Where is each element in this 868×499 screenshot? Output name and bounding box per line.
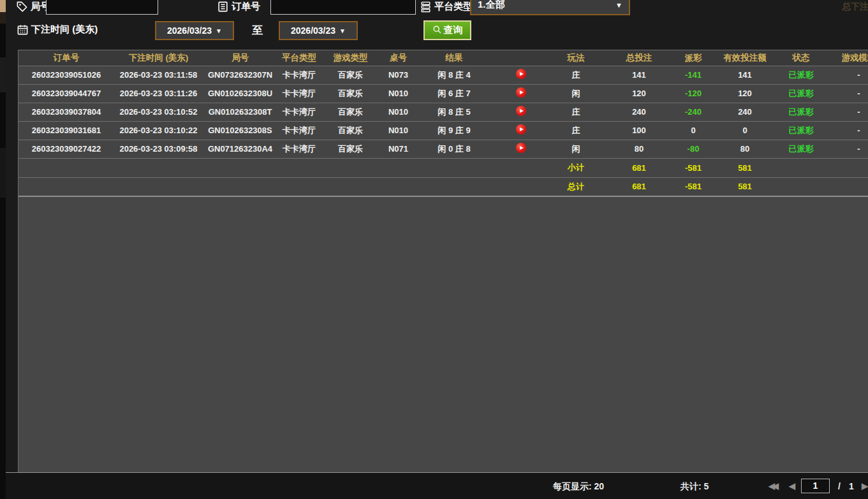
page-number-input[interactable]: 1 [801,479,830,493]
col-game-type: 游戏类型 [321,50,380,66]
cell-order-id: 260323039031681 [18,121,114,140]
cell-round-id: GN0102632308T [203,103,277,121]
cell-valid-bet: 240 [710,103,780,121]
prev-page-icon[interactable]: ◀ [789,481,795,491]
calendar-icon [17,24,29,36]
chevron-down-icon: ▼ [615,1,622,9]
cell-bet-time: 2026-03-23 03:11:26 [114,84,203,103]
date-from-picker[interactable]: 2026/03/23 ▼ [155,21,234,40]
col-result: 结果 [416,50,492,66]
pagination-bar: 每页显示: 20 共计: 5 ◀◀ ◀ 1 / 1 ▶ [6,472,868,499]
cell-platform: 卡卡湾厅 [277,103,321,121]
cell-table-no: N071 [380,140,416,158]
date-range-separator: 至 [252,23,263,38]
cell-round-id: GN0732632307N [203,66,277,84]
cell-order-id: 260323039027422 [18,140,114,158]
cell-game-type: 百家乐 [321,121,380,140]
grand-total-row: 总计 681 -581 581 [18,177,868,196]
cell-platform: 卡卡湾厅 [277,121,321,140]
col-platform-type: 平台类型 [277,50,321,66]
cell-status: 已派彩 [780,140,822,158]
cell-bet-time: 2026-03-23 03:11:58 [114,66,203,84]
subtotal-payout: -581 [677,158,710,177]
replay-play-icon[interactable] [516,143,526,153]
cell-game-mode: - [822,103,868,121]
cell-total-bet: 100 [601,121,677,140]
next-page-icon[interactable]: ▶ [862,481,868,491]
cell-play-type: 闲 [550,84,601,103]
cell-valid-bet: 120 [710,84,780,103]
replay-play-icon[interactable] [516,124,526,134]
cell-total-bet: 240 [601,103,677,121]
cell-table-no: N010 [380,103,416,121]
order-id-label: 订单号 [217,1,260,13]
tag-icon [16,1,28,13]
cell-platform: 卡卡湾厅 [277,140,321,158]
replay-play-icon[interactable] [516,106,526,116]
cell-round-id: GN0102632308U [203,84,277,103]
grand-total-payout: -581 [677,177,710,196]
col-table-no: 桌号 [380,50,416,66]
cell-status: 已派彩 [780,103,822,121]
per-page-label: 每页显示: 20 [553,481,604,493]
cell-replay [492,140,550,158]
cell-replay [492,66,550,84]
cell-platform: 卡卡湾厅 [277,66,321,84]
list-icon [217,1,229,13]
cell-valid-bet: 141 [710,66,780,84]
col-bet-time: 下注时间 (美东) [114,50,203,66]
background-edge [0,0,6,499]
chevron-down-icon: ▼ [339,27,346,34]
query-button[interactable]: 查询 [423,20,471,40]
total-pages-label: 1 [849,481,854,491]
cell-table-no: N010 [380,121,416,140]
table-row: 260323039051026 2026-03-23 03:11:58 GN07… [18,66,868,84]
cell-status: 已派彩 [780,121,822,140]
order-id-input[interactable] [270,0,416,15]
table-row: 260323039044767 2026-03-23 03:11:26 GN01… [18,84,868,103]
cell-play-type: 闲 [550,140,601,158]
cell-valid-bet: 0 [710,121,780,140]
cell-play-type: 庄 [550,121,601,140]
cell-payout: -141 [677,66,710,84]
subtotal-valid-bet: 581 [710,158,780,177]
cell-payout: -80 [677,140,710,158]
cell-round-id: GN0102632308S [203,121,277,140]
cell-play-type: 庄 [550,66,601,84]
col-order-id: 订单号 [18,50,114,66]
subtotal-total-bet: 681 [601,158,677,177]
replay-play-icon[interactable] [516,69,526,79]
cell-table-no: N073 [380,66,416,84]
cell-total-bet: 80 [601,140,677,158]
date-to-picker[interactable]: 2026/03/23 ▼ [279,21,358,40]
table-header-row: 订单号 下注时间 (美东) 局号 平台类型 游戏类型 桌号 结果 玩法 总投注 … [18,50,868,66]
first-page-icon[interactable]: ◀◀ [769,481,776,491]
replay-play-icon[interactable] [516,87,526,98]
col-status: 状态 [780,50,822,66]
cell-replay [492,84,550,103]
col-replay [492,50,550,66]
cell-replay [492,121,550,140]
cell-game-mode: - [822,66,868,84]
platform-type-select[interactable]: 1.全部 ▼ [470,0,630,15]
cell-total-bet: 120 [601,84,677,103]
cell-platform: 卡卡湾厅 [277,84,321,103]
cell-result: 闲 9 庄 9 [416,121,492,140]
cell-payout: -120 [677,84,710,103]
col-game-mode: 游戏模式 [822,50,868,66]
cell-round-id: GN071263230A4 [203,140,277,158]
cell-payout: 0 [677,121,710,140]
col-round-id: 局号 [203,50,277,66]
cell-total-bet: 141 [601,66,677,84]
cell-game-mode: - [822,121,868,140]
cell-bet-time: 2026-03-23 03:09:58 [114,140,203,158]
bet-history-dialog: 总下注 局号 订单号 平台类型 1.全部 ▼ 下注时间 (美东) 2026/03… [0,0,868,499]
cell-bet-time: 2026-03-23 03:10:22 [114,121,203,140]
table-row: 260323039027422 2026-03-23 03:09:58 GN07… [18,140,868,158]
grand-total-label: 总计 [550,177,601,196]
cell-order-id: 260323039044767 [18,84,114,103]
cell-game-mode: - [822,140,868,158]
round-id-input[interactable] [46,0,158,15]
cell-status: 已派彩 [780,66,822,84]
col-payout: 派彩 [677,50,710,66]
